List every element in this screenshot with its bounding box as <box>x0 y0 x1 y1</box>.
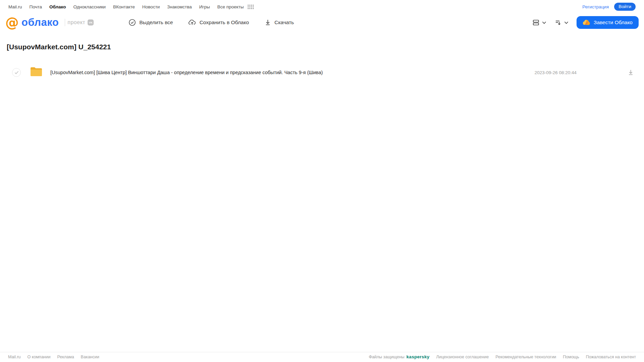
page-title: [UsupovMarket.com] U_254221 <box>7 43 644 51</box>
kaspersky-protection: Файлы защищены kaspersky <box>369 354 430 359</box>
chevron-down-icon <box>542 21 546 24</box>
registration-link[interactable]: Регистрация <box>582 4 609 9</box>
get-cloud-label: Завести Облако <box>594 19 633 25</box>
sort-icon <box>554 19 562 26</box>
row-download-icon[interactable] <box>628 69 634 76</box>
portal-link-news[interactable]: Новости <box>142 4 160 9</box>
kaspersky-logo[interactable]: kaspersky <box>406 354 430 359</box>
cloud-icon <box>583 19 591 25</box>
project-label: проект <box>67 19 85 25</box>
folder-icon <box>30 66 43 79</box>
view-controls: Завести Облако <box>532 16 639 29</box>
portal-link-games[interactable]: Игры <box>199 4 210 9</box>
footer-right-links: Файлы защищены kaspersky Лицензионное со… <box>369 354 636 359</box>
portal-nav: Mail.ru Почта Облако Одноклассники ВКонт… <box>0 0 644 13</box>
page-footer: Mail.ru О компании Реклама Вакансии Файл… <box>0 352 644 362</box>
footer-link-report-content[interactable]: Пожаловаться на контент <box>586 355 636 359</box>
download-label: Скачать <box>275 19 294 25</box>
view-mode-dropdown[interactable] <box>532 19 546 26</box>
portal-nav-auth: Регистрация Войти <box>582 3 636 11</box>
portal-link-all-projects[interactable]: Все проекты <box>217 4 244 9</box>
save-to-cloud-label: Сохранить в Облако <box>199 19 249 25</box>
list-view-icon <box>532 19 540 26</box>
select-all-button[interactable]: Выделить все <box>129 19 173 26</box>
chevron-down-icon <box>564 21 568 24</box>
footer-link-recommendation-tech[interactable]: Рекомендательные технологии <box>495 355 556 359</box>
protected-label: Файлы защищены <box>369 355 404 359</box>
vk-icon: VK <box>88 19 94 25</box>
portal-link-dating[interactable]: Знакомства <box>167 4 192 9</box>
row-checkbox[interactable] <box>12 68 21 77</box>
footer-link-license[interactable]: Лицензионное соглашение <box>436 355 489 359</box>
footer-left-links: Mail.ru О компании Реклама Вакансии <box>8 355 99 359</box>
file-toolbar: Выделить все Сохранить в Облако Скачать <box>129 19 294 26</box>
sort-dropdown[interactable] <box>554 19 568 26</box>
cloud-logo[interactable]: @ облако проект VK <box>5 16 94 29</box>
footer-link-mailru[interactable]: Mail.ru <box>8 355 21 359</box>
portal-nav-links: Mail.ru Почта Облако Одноклассники ВКонт… <box>8 4 254 9</box>
login-button[interactable]: Войти <box>614 3 636 11</box>
download-button[interactable]: Скачать <box>264 19 294 26</box>
select-all-label: Выделить все <box>139 19 173 25</box>
file-row[interactable]: [UsupovMarket.com] [Шива Центр] Виншотта… <box>0 64 644 81</box>
logo-wordmark: облако <box>21 16 59 29</box>
download-icon <box>264 19 271 26</box>
portal-link-vkontakte[interactable]: ВКонтакте <box>113 4 135 9</box>
footer-link-ads[interactable]: Реклама <box>57 355 74 359</box>
check-circle-icon <box>129 19 136 26</box>
portal-link-cloud[interactable]: Облако <box>49 4 66 9</box>
vk-project-tag: проект VK <box>65 19 94 26</box>
cloud-upload-icon <box>188 19 196 26</box>
portal-link-mailru[interactable]: Mail.ru <box>8 4 22 9</box>
mailru-at-icon: @ <box>5 16 19 29</box>
file-list: [UsupovMarket.com] [Шива Центр] Виншотта… <box>0 64 644 81</box>
get-cloud-button[interactable]: Завести Облако <box>577 16 639 29</box>
portal-link-mail[interactable]: Почта <box>30 4 42 9</box>
app-header: @ облако проект VK Выделить все Сохр <box>0 13 644 33</box>
save-to-cloud-button[interactable]: Сохранить в Облако <box>188 19 249 26</box>
file-modified-date: 2023-09-26 08:20:44 <box>535 70 577 75</box>
divider <box>65 19 65 26</box>
footer-link-jobs[interactable]: Вакансии <box>81 355 99 359</box>
footer-link-about[interactable]: О компании <box>28 355 51 359</box>
file-name-link[interactable]: [UsupovMarket.com] [Шива Центр] Виншотта… <box>50 70 535 75</box>
all-projects-grid-icon[interactable] <box>248 5 254 9</box>
portal-link-odnoklassniki[interactable]: Одноклассники <box>73 4 105 9</box>
footer-link-help[interactable]: Помощь <box>563 355 579 359</box>
